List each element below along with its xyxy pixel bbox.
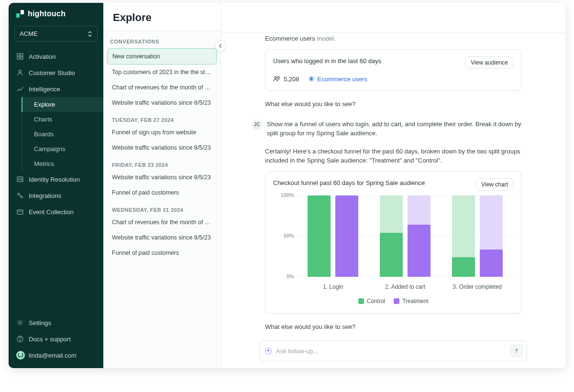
- chart-bar: [408, 196, 430, 277]
- nav-label: Integrations: [29, 192, 61, 199]
- user-message-text: Show me a funnel of users who login, add…: [267, 120, 521, 138]
- conversations-header: CONVERSATIONS: [103, 31, 221, 48]
- conversation-item[interactable]: Website traffic variations since 8/5/23: [107, 230, 217, 245]
- workspace-name: ACME: [20, 30, 38, 37]
- collapse-panel-button[interactable]: [215, 40, 226, 52]
- nav-customer-studio[interactable]: Customer Studio: [9, 65, 103, 81]
- conversation-item[interactable]: Chart of revenues for the month of Octob…: [107, 80, 217, 95]
- brand-name: hightouch: [28, 10, 66, 18]
- chevron-updown-icon: [88, 31, 92, 37]
- workspace-selector[interactable]: ACME: [14, 26, 98, 42]
- nav-activation[interactable]: Activation: [9, 48, 103, 65]
- help-icon: [16, 335, 24, 343]
- event-collection-icon: [16, 208, 24, 216]
- conversation-item[interactable]: Website traffic variations since 8/5/23: [107, 140, 217, 155]
- svg-rect-11: [17, 210, 23, 214]
- audience-card-title: Users who logged in in the last 60 days: [273, 56, 381, 66]
- nav-settings[interactable]: Settings: [9, 315, 103, 331]
- followup-input[interactable]: [276, 348, 507, 355]
- svg-point-16: [277, 76, 279, 78]
- subnav-campaigns[interactable]: Campaigns: [22, 142, 103, 156]
- conversation-item[interactable]: Top customers of 2023 in the the state o…: [107, 65, 217, 80]
- conversation-item[interactable]: Funnel of paid customers: [107, 245, 217, 261]
- svg-rect-5: [21, 57, 23, 59]
- chat-scroll[interactable]: Ecommerce users model. Users who logged …: [221, 33, 565, 337]
- nav-integrations[interactable]: Integrations: [9, 187, 103, 204]
- chat-main: Ecommerce users model. Users who logged …: [221, 3, 565, 368]
- snowflake-icon: [308, 76, 315, 82]
- legend-swatch: [358, 298, 364, 304]
- sparkle-icon: [265, 347, 272, 355]
- user-email: linda@email.com: [29, 352, 77, 359]
- nav-label: Identity Resolution: [29, 176, 80, 183]
- chat-thread: Ecommerce users model. Users who logged …: [259, 33, 527, 331]
- avatar: LJ: [16, 351, 25, 359]
- nav-label: Customer Studio: [29, 69, 75, 76]
- svg-rect-2: [17, 54, 20, 56]
- conversation-date-heading: TUESDAY, FEB 27 2024: [107, 110, 217, 125]
- conversation-item[interactable]: Website traffic variations since 8/5/23: [107, 170, 217, 185]
- svg-rect-1: [21, 10, 24, 14]
- chart-y-tick: 100%: [274, 191, 294, 199]
- brand: hightouch: [9, 10, 103, 24]
- intelligence-icon: [16, 85, 24, 93]
- chart-bar: [308, 196, 331, 277]
- chart-bars: [297, 196, 513, 277]
- chart-card: Checkout funnel past 60 days for Spring …: [265, 171, 521, 314]
- nav-label: Intelligence: [29, 86, 60, 93]
- svg-point-15: [275, 76, 276, 78]
- identity-icon: [16, 175, 24, 183]
- chart-y-tick: 50%: [274, 232, 294, 240]
- nav-intelligence[interactable]: Intelligence: [9, 81, 103, 97]
- subnav-metrics[interactable]: Metrics: [22, 156, 103, 171]
- user-message: JC Show me a funnel of users who login, …: [265, 120, 521, 138]
- send-button[interactable]: [510, 345, 523, 357]
- page-title-bar: Explore: [103, 3, 221, 31]
- nav-label: Docs + support: [29, 336, 71, 343]
- chart-x-label: 3. Order completed: [441, 279, 513, 291]
- view-chart-button[interactable]: View chart: [476, 178, 513, 191]
- svg-point-10: [21, 196, 22, 198]
- svg-rect-0: [16, 13, 20, 18]
- sidebar-bottom: Settings Docs + support LJ linda@email.c…: [9, 310, 103, 363]
- chart-legend-item: Control: [358, 297, 386, 305]
- conversation-item[interactable]: Funnel of paid customers: [107, 185, 217, 200]
- legend-swatch: [394, 298, 399, 304]
- conversations-panel: Explore CONVERSATIONS New conversation T…: [103, 3, 221, 368]
- nav-event-collection[interactable]: Event Collection: [9, 204, 103, 220]
- user-avatar: JC: [252, 120, 262, 130]
- chevron-left-icon: [218, 44, 223, 48]
- view-audience-button[interactable]: View audience: [465, 56, 513, 69]
- chart-bar-group: [441, 196, 513, 277]
- nav-docs-support[interactable]: Docs + support: [9, 331, 103, 347]
- primary-nav: Activation Customer Studio Intelligence …: [9, 48, 103, 310]
- subnav-explore[interactable]: Explore: [22, 97, 103, 112]
- conversations-list: New conversation Top customers of 2023 i…: [103, 48, 221, 270]
- chart-bar-group: [297, 196, 369, 277]
- app-frame: hightouch ACME Activation Customer Studi…: [9, 3, 565, 368]
- svg-point-8: [19, 179, 20, 180]
- audience-model-link[interactable]: Ecommerce users: [308, 75, 368, 84]
- svg-rect-4: [17, 57, 20, 59]
- conversation-item[interactable]: Funnel of sign ups from website: [107, 125, 217, 140]
- chart-bar-group: [369, 196, 442, 277]
- svg-point-12: [19, 322, 21, 324]
- customer-studio-icon: [16, 69, 24, 76]
- audience-count: 5,208: [273, 75, 299, 84]
- main-header-spacer: [221, 3, 565, 33]
- assistant-message: Certainly! Here's a checkout funnel for …: [265, 147, 521, 165]
- svg-point-9: [18, 193, 20, 195]
- integrations-icon: [16, 192, 24, 199]
- conversation-new[interactable]: New conversation: [107, 48, 217, 65]
- current-user[interactable]: LJ linda@email.com: [9, 347, 103, 363]
- audience-card: Users who logged in in the last 60 days …: [265, 49, 521, 91]
- conversation-item[interactable]: Website traffic variations since 8/5/23: [107, 95, 217, 110]
- subnav-charts[interactable]: Charts: [22, 112, 103, 127]
- hightouch-logo-icon: [16, 10, 24, 18]
- subnav-boards[interactable]: Boards: [22, 127, 103, 142]
- svg-rect-3: [21, 54, 23, 56]
- conversation-item[interactable]: Chart of revenues for the month of Octob…: [107, 215, 217, 230]
- svg-point-14: [20, 340, 21, 341]
- users-icon: [273, 76, 281, 82]
- nav-identity-resolution[interactable]: Identity Resolution: [9, 171, 103, 187]
